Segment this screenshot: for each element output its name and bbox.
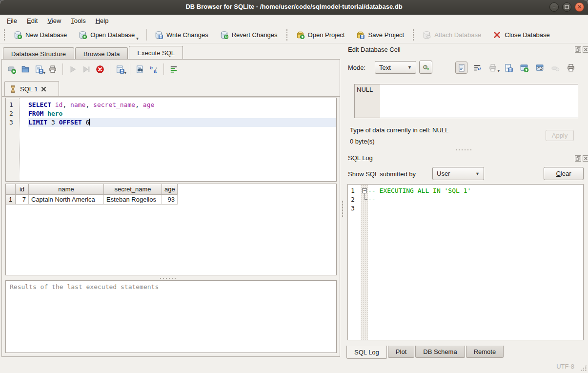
splitter-handle[interactable] xyxy=(159,277,177,279)
link-data-button[interactable] xyxy=(533,62,546,74)
code-line[interactable]: 2FROM hero xyxy=(28,109,336,118)
close-tab-icon[interactable] xyxy=(41,86,47,92)
execute-sql-page: ▾▾ba SQL 1 1SELECT id, name, secret_name… xyxy=(1,59,340,357)
cell-value-editor[interactable]: NULL xyxy=(354,84,578,118)
write-changes-button[interactable]: Write Changes xyxy=(149,27,214,42)
column-header-secret_name[interactable]: secret_name xyxy=(104,184,162,195)
corner-header-cell[interactable] xyxy=(6,184,16,195)
column-header-name[interactable]: name xyxy=(29,184,104,195)
menu-view[interactable]: View xyxy=(42,16,66,26)
menu-file[interactable]: File xyxy=(2,16,22,26)
open-database-button[interactable]: Open Database▾ xyxy=(73,27,144,42)
table-cell[interactable]: 7 xyxy=(16,195,29,205)
print-cell-button[interactable] xyxy=(565,62,577,74)
column-header-age[interactable]: age xyxy=(162,184,178,195)
format-button[interactable] xyxy=(168,63,180,75)
dock-tab-sql-log[interactable]: SQL Log xyxy=(346,346,387,359)
dock-tab-remote[interactable]: Remote xyxy=(466,346,504,358)
log-line-number: 2 xyxy=(351,195,355,204)
execution-messages-pane[interactable]: Results of the last executed statements xyxy=(5,280,337,353)
code-line[interactable]: 3LIMIT 3 OFFSET 6 xyxy=(28,118,336,127)
app-window: DB Browser for SQLite - /home/user/code/… xyxy=(0,0,588,373)
tab-browse-data[interactable]: Browse Data xyxy=(75,47,128,60)
open-sql-button[interactable] xyxy=(20,63,31,75)
float-dock-icon[interactable] xyxy=(575,155,581,162)
row-header-cell[interactable]: 1 xyxy=(6,195,16,205)
dropdown-caret-icon[interactable]: ▾ xyxy=(43,70,45,75)
log-line: 3 xyxy=(348,204,583,213)
text-mode-button[interactable] xyxy=(455,62,467,74)
edit-cell-dock-title: Edit Database Cell xyxy=(348,46,401,53)
close-button[interactable]: ✕ xyxy=(575,2,584,12)
close-database-button[interactable]: Close Database xyxy=(487,27,556,42)
menu-edit[interactable]: Edit xyxy=(22,16,42,26)
save-project-label: Save Project xyxy=(368,31,404,39)
stop-button[interactable] xyxy=(94,63,106,75)
line-number: 2 xyxy=(6,109,20,118)
apply-data-button[interactable]: ⚙ xyxy=(419,61,432,74)
float-dock-icon[interactable] xyxy=(575,46,581,53)
sql-log-view[interactable]: 1−-- EXECUTING ALL IN 'SQL 1'2--3 xyxy=(347,184,584,340)
resize-grip[interactable] xyxy=(580,365,587,371)
dock-tab-plot[interactable]: Plot xyxy=(388,346,414,358)
toolbar-grip[interactable] xyxy=(3,29,5,41)
clear-button[interactable]: Clear xyxy=(544,167,584,180)
table-cell[interactable]: Esteban Rogelios xyxy=(104,195,162,205)
sql-code-editor[interactable]: 1SELECT id, name, secret_name, age2FROM … xyxy=(5,98,337,182)
svg-text:a: a xyxy=(154,68,157,74)
menu-tools[interactable]: Tools xyxy=(66,16,90,26)
dock-splitter-handle[interactable] xyxy=(455,149,472,151)
new-database-button[interactable]: New Database xyxy=(8,27,73,42)
maximize-button[interactable] xyxy=(562,2,571,12)
execute-all-button xyxy=(67,63,79,75)
word-wrap-button[interactable] xyxy=(471,62,483,74)
export-data-button[interactable] xyxy=(518,62,530,74)
dropdown-caret-icon[interactable]: ▾ xyxy=(136,36,139,41)
dropdown-caret-icon[interactable]: ▾ xyxy=(497,68,500,73)
toolbar-grip[interactable] xyxy=(286,29,288,41)
log-line-number: 3 xyxy=(351,204,355,213)
vertical-splitter[interactable] xyxy=(342,200,344,218)
table-cell[interactable]: 93 xyxy=(162,195,178,205)
sql-tab-label: SQL 1 xyxy=(20,85,38,93)
apply-button[interactable]: Apply xyxy=(546,130,574,141)
save-sql-button[interactable]: ▾ xyxy=(33,63,45,75)
open-project-button[interactable]: Open Project xyxy=(290,27,351,42)
open-database-label: Open Database xyxy=(90,31,135,39)
find-button[interactable] xyxy=(134,63,146,75)
toolbar-separator xyxy=(110,63,110,75)
revert-changes-icon: ↻ xyxy=(220,31,228,39)
fold-end-line xyxy=(365,193,367,200)
toolbar-separator xyxy=(130,63,130,75)
close-dock-icon[interactable] xyxy=(583,46,588,53)
submitter-select[interactable]: User ▼ xyxy=(432,167,484,180)
print-sql-button[interactable] xyxy=(47,63,59,75)
save-results-button[interactable]: ▾ xyxy=(114,63,126,75)
new-tab-button[interactable] xyxy=(6,63,18,75)
mode-select[interactable]: Text ▼ xyxy=(375,61,416,74)
dropdown-caret-icon[interactable]: ▾ xyxy=(124,70,126,75)
window-title: DB Browser for SQLite - /home/user/code/… xyxy=(0,3,588,10)
results-grid[interactable]: idnamesecret_nameage17Captain North Amer… xyxy=(5,184,337,275)
save-data-button[interactable] xyxy=(502,62,514,74)
revert-changes-button[interactable]: ↻Revert Changes xyxy=(214,27,284,42)
dock-tab-db-schema[interactable]: DB Schema xyxy=(415,346,465,358)
code-token: secret_name xyxy=(93,101,135,108)
tab-execute-sql[interactable]: Execute SQL xyxy=(129,46,183,60)
code-line[interactable]: 1SELECT id, name, secret_name, age xyxy=(28,101,336,109)
minimize-button[interactable]: − xyxy=(549,2,559,12)
tab-database-structure[interactable]: Database Structure xyxy=(3,47,74,60)
sql-document-tab[interactable]: SQL 1 xyxy=(4,81,59,97)
table-cell[interactable]: Captain North America xyxy=(29,195,104,205)
fold-marker-icon[interactable]: − xyxy=(362,188,367,193)
column-header-id[interactable]: id xyxy=(16,184,29,195)
code-token: age xyxy=(143,101,154,108)
code-token: , xyxy=(85,101,93,108)
menu-help[interactable]: Help xyxy=(91,16,114,26)
toolbar-grip[interactable] xyxy=(412,29,414,41)
word-wrap-icon xyxy=(473,63,482,72)
save-project-button[interactable]: Save Project xyxy=(350,27,410,42)
replace-button[interactable]: ba xyxy=(148,63,160,75)
close-dock-icon[interactable] xyxy=(583,155,588,162)
cell-size-label: 0 byte(s) xyxy=(350,138,375,145)
